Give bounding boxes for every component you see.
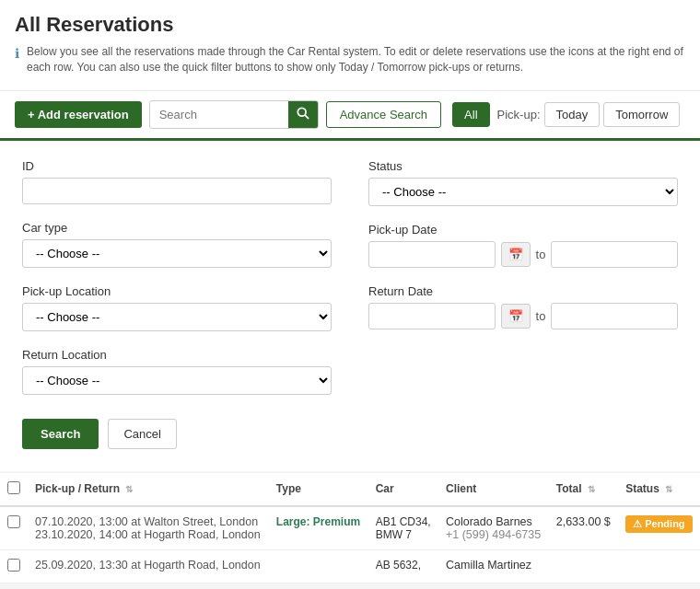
row-return-info: 23.10.2020, 14:00 at Hogarth Road, Londo…	[35, 528, 262, 541]
pickup-location-field-group: Pick-up Location -- Choose --	[22, 284, 332, 331]
table-header-row: Pick-up / Return ⇅ Type Car Client Total…	[0, 473, 700, 506]
row-pickup-info: 25.09.2020, 13:30 at Hogarth Road, Londo…	[35, 559, 262, 572]
search-input[interactable]	[150, 102, 288, 127]
return-location-field-group: Return Location -- Choose --	[22, 348, 332, 395]
row-checkbox-cell	[0, 549, 28, 583]
table-row: 07.10.2020, 13:00 at Walton Street, Lond…	[0, 506, 700, 550]
car-type-select[interactable]: -- Choose --	[22, 239, 332, 268]
col-header-checkbox	[0, 473, 28, 506]
col-header-type: Type	[269, 473, 368, 506]
search-icon	[297, 107, 309, 120]
pickup-date-from-input[interactable]	[368, 241, 496, 268]
page-title: All Reservations	[15, 13, 685, 37]
filter-all-button[interactable]: All	[452, 102, 489, 127]
return-location-label: Return Location	[22, 348, 332, 362]
status-field-group: Status -- Choose --	[368, 159, 678, 206]
col-header-status[interactable]: Status ⇅	[618, 473, 700, 506]
col-header-pickup-return[interactable]: Pick-up / Return ⇅	[28, 473, 269, 506]
return-date-calendar-button[interactable]: 📅	[501, 304, 531, 329]
advance-search-panel: ID Car type -- Choose -- Pick-up Locatio…	[0, 138, 700, 471]
sort-icon-status: ⇅	[665, 484, 672, 494]
return-date-label: Return Date	[368, 284, 678, 298]
col-header-car: Car	[368, 473, 438, 506]
row-status	[618, 549, 700, 583]
car-type-field-group: Car type -- Choose --	[22, 221, 332, 268]
adv-cancel-button[interactable]: Cancel	[108, 419, 176, 449]
row-car: AB1 CD34,BMW 7	[368, 506, 438, 550]
row-status: ⚠ Pending	[618, 506, 700, 550]
status-badge: ⚠ Pending	[625, 515, 692, 533]
id-field-group: ID	[22, 159, 332, 204]
pickup-date-calendar-button[interactable]: 📅	[501, 242, 531, 267]
return-date-field-group: Return Date 📅 to	[368, 284, 678, 329]
pickup-date-field-group: Pick-up Date 📅 to	[368, 223, 678, 268]
search-wrap	[149, 100, 319, 129]
search-icon-button[interactable]	[288, 101, 318, 128]
row-client: Camilla Martinez	[438, 549, 549, 583]
svg-point-0	[298, 108, 306, 116]
pickup-date-to-input[interactable]	[551, 241, 678, 268]
svg-line-1	[305, 115, 309, 119]
row-total	[549, 549, 618, 583]
sort-icon-total: ⇅	[588, 484, 595, 494]
car-type-label: Car type	[22, 221, 332, 235]
status-label: Status	[368, 159, 678, 173]
page-header: All Reservations ℹ Below you see all the…	[0, 0, 700, 90]
add-reservation-button[interactable]: + Add reservation	[15, 101, 142, 128]
row-checkbox[interactable]	[7, 515, 20, 528]
row-pickup-return: 25.09.2020, 13:30 at Hogarth Road, Londo…	[28, 549, 269, 583]
advance-search-button[interactable]: Advance Search	[326, 101, 441, 128]
pickup-location-label: Pick-up Location	[22, 284, 332, 298]
row-checkbox[interactable]	[7, 559, 20, 572]
filter-group: All Pick-up: Today Tomorrow	[452, 102, 680, 127]
pickup-label: Pick-up:	[497, 108, 541, 121]
row-type: Large: Premium	[269, 506, 368, 550]
id-input[interactable]	[22, 178, 332, 204]
row-client: Colorado Barnes+1 (599) 494-6735	[438, 506, 549, 550]
filter-tomorrow-button[interactable]: Tomorrow	[603, 102, 680, 127]
filter-today-button[interactable]: Today	[544, 102, 601, 127]
return-location-select[interactable]: -- Choose --	[22, 366, 332, 395]
pickup-date-range: 📅 to	[368, 241, 678, 268]
info-bar: ℹ Below you see all the reservations mad…	[15, 44, 685, 85]
col-header-total[interactable]: Total ⇅	[549, 473, 618, 506]
info-icon: ℹ	[15, 45, 19, 64]
reservations-table-section: Pick-up / Return ⇅ Type Car Client Total…	[0, 473, 700, 583]
status-select[interactable]: -- Choose --	[368, 178, 678, 206]
select-all-checkbox[interactable]	[7, 481, 20, 494]
return-date-from-input[interactable]	[368, 303, 496, 329]
adv-search-button[interactable]: Search	[22, 419, 99, 449]
row-type-badge: Large: Premium	[276, 515, 360, 528]
row-pickup-info: 07.10.2020, 13:00 at Walton Street, Lond…	[35, 515, 262, 528]
table-wrap: Pick-up / Return ⇅ Type Car Client Total…	[0, 473, 700, 583]
row-total: 2,633.00 $	[549, 506, 618, 550]
info-text: Below you see all the reservations made …	[27, 44, 685, 75]
col-header-client: Client	[438, 473, 549, 506]
toolbar: + Add reservation Advance Search All Pic…	[0, 90, 700, 138]
pickup-date-label: Pick-up Date	[368, 223, 678, 237]
row-pickup-return: 07.10.2020, 13:00 at Walton Street, Lond…	[28, 506, 269, 550]
id-label: ID	[22, 159, 332, 173]
return-date-range: 📅 to	[368, 303, 678, 329]
return-date-to-label: to	[536, 309, 546, 323]
row-type	[269, 549, 368, 583]
row-car: AB 5632,	[368, 549, 438, 583]
sort-icon-pickup: ⇅	[125, 484, 133, 494]
pickup-location-select[interactable]: -- Choose --	[22, 303, 332, 331]
advance-search-actions: Search Cancel	[22, 419, 678, 449]
row-checkbox-cell	[0, 506, 28, 550]
return-date-to-input[interactable]	[551, 303, 678, 329]
pickup-date-to-label: to	[536, 248, 546, 261]
reservations-table: Pick-up / Return ⇅ Type Car Client Total…	[0, 473, 700, 583]
table-row: 25.09.2020, 13:30 at Hogarth Road, Londo…	[0, 549, 700, 583]
